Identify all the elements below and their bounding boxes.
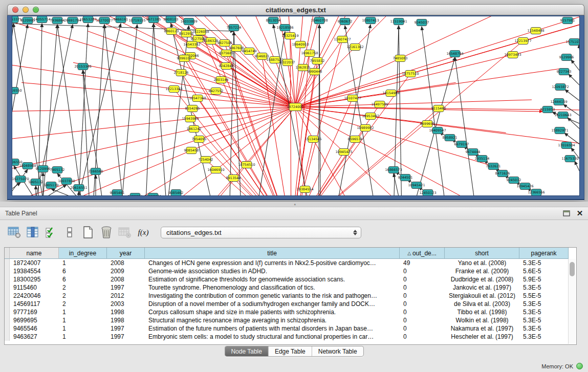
table-row[interactable]: 2242004622012Investigating the contribut… bbox=[5, 292, 576, 300]
cell-pagerank: 5.3E-5 bbox=[519, 333, 569, 341]
graph-node-label: 16548794 bbox=[446, 52, 463, 56]
table-scrollbar[interactable] bbox=[568, 259, 576, 344]
column-header-pagerank[interactable]: pagerank bbox=[519, 248, 569, 259]
column-header-short[interactable]: short bbox=[445, 248, 519, 259]
table-row[interactable]: 1456911722003Disruption of a novel membe… bbox=[5, 300, 576, 308]
edge bbox=[194, 107, 295, 129]
graph-node-label: 5905132 bbox=[29, 180, 43, 184]
show-columns-icon[interactable] bbox=[25, 225, 41, 240]
cell-name: 9465546 bbox=[10, 324, 59, 333]
delete-column-icon[interactable] bbox=[98, 225, 115, 240]
graph-node-label: 9120995 bbox=[20, 18, 35, 23]
graph-node-label: 9157981 bbox=[560, 18, 575, 23]
tab-network-table[interactable]: Network Table bbox=[312, 346, 363, 356]
graph-node-label: 18226058 bbox=[192, 30, 209, 34]
column-header-year[interactable]: year bbox=[107, 248, 145, 259]
table-row[interactable]: 1938455462009Genome-wide association stu… bbox=[5, 267, 576, 275]
edge bbox=[575, 161, 580, 173]
graph-node-label: 14055714 bbox=[33, 17, 50, 21]
cell-year: 1997 bbox=[107, 283, 145, 292]
column-header-name[interactable]: name bbox=[10, 248, 59, 259]
graph-node-label: 19154988 bbox=[382, 91, 399, 95]
close-panel-icon[interactable]: ✕ bbox=[575, 209, 585, 218]
row-gutter bbox=[5, 316, 10, 324]
cell-name: 18724007 bbox=[10, 259, 59, 267]
graph-node-label: 15270027 bbox=[96, 18, 113, 23]
cell-short: Dudbridge et al. (2008) bbox=[445, 275, 519, 283]
splitter-grip-icon[interactable]: ▴ bbox=[294, 203, 299, 206]
cell-pagerank: 5.9E-5 bbox=[519, 275, 569, 283]
memory-label: Memory: OK bbox=[541, 363, 573, 369]
table-row[interactable]: 946362711997Embryonic stem cells: a mode… bbox=[5, 333, 576, 341]
cell-year: 2008 bbox=[107, 259, 145, 267]
cell-pagerank: 5.3E-5 bbox=[519, 259, 569, 267]
panel-splitter[interactable]: ▴ bbox=[0, 202, 588, 207]
table-panel-title: Table Panel bbox=[5, 210, 37, 217]
graph-node-label: 10653287 bbox=[79, 17, 96, 21]
citation-network-graph[interactable]: 8860123891295518226058912750881863281654… bbox=[12, 16, 580, 196]
cell-year: 1997 bbox=[107, 324, 145, 333]
cell-out_degree: 0 bbox=[400, 316, 445, 324]
edge bbox=[146, 24, 154, 196]
row-boxes-icon[interactable] bbox=[61, 225, 78, 240]
cell-name: 9699695 bbox=[10, 316, 59, 324]
column-header-out_de[interactable]: △out_de... bbox=[400, 248, 445, 259]
float-panel-icon[interactable] bbox=[561, 209, 572, 218]
graph-node-label: 18325419 bbox=[281, 34, 298, 38]
table-row[interactable]: 1830029562008Estimation of significance … bbox=[5, 275, 576, 283]
graph-node-label: 8860123 bbox=[164, 29, 179, 33]
cell-year: 1997 bbox=[107, 333, 145, 341]
graph-node-label: 8427552 bbox=[209, 89, 224, 93]
graph-node-label: 2435854 bbox=[128, 194, 143, 196]
window-titlebar[interactable]: citations_edges.txt bbox=[7, 4, 584, 15]
new-column-icon[interactable] bbox=[80, 225, 96, 240]
graph-node-label: 15497506 bbox=[371, 102, 388, 106]
network-frame: 8860123891295518226058912750881863281654… bbox=[7, 15, 584, 200]
graph-node-label: 1861242 bbox=[187, 127, 202, 131]
column-header-title[interactable]: title bbox=[145, 248, 400, 259]
cell-pagerank: 5.3E-5 bbox=[519, 283, 569, 292]
table-row[interactable]: 946554611997Estimation of the future num… bbox=[5, 324, 576, 333]
graph-node-label: 9375685 bbox=[219, 51, 234, 55]
cell-pagerank: 5.3E-5 bbox=[519, 308, 569, 316]
graph-node-label: 18724007 bbox=[287, 105, 303, 109]
delete-table-icon[interactable] bbox=[117, 225, 133, 240]
cell-year: 2008 bbox=[107, 275, 145, 283]
cell-short: Franke et al. (2009) bbox=[445, 267, 519, 275]
graph-node-label: 8912955 bbox=[179, 32, 194, 36]
tab-node-table[interactable]: Node Table bbox=[225, 346, 268, 356]
graph-node-label: 18953497 bbox=[362, 114, 379, 118]
graph-node-label: 10945421 bbox=[408, 183, 425, 187]
scrollbar-thumb[interactable] bbox=[570, 262, 575, 276]
table-selector-dropdown[interactable]: citations_edges.txt bbox=[161, 227, 361, 238]
cell-in_degree: 2 bbox=[59, 300, 107, 308]
function-builder-icon[interactable]: f(x) bbox=[135, 225, 151, 240]
table-mode-icon[interactable] bbox=[6, 225, 23, 240]
table-row[interactable]: 977716911998Corpus callosum shape and si… bbox=[5, 308, 576, 316]
graph-node-label: 16409547 bbox=[429, 128, 446, 133]
cell-name: 18300295 bbox=[10, 275, 59, 283]
cell-name: 9463627 bbox=[10, 333, 59, 341]
graph-node-label: 16210643 bbox=[554, 113, 571, 117]
table-row[interactable]: 1872400712008Changes of HCN gene express… bbox=[5, 259, 576, 267]
cell-year: 1998 bbox=[107, 308, 145, 316]
graph-node-label: 8596574 bbox=[348, 137, 363, 141]
sort-asc-icon: △ bbox=[407, 251, 411, 256]
table-type-tabs: Node TableEdge TableNetwork Table bbox=[224, 346, 363, 357]
graph-node-label: 10989952 bbox=[357, 126, 374, 130]
tab-edge-table[interactable]: Edge Table bbox=[268, 346, 312, 356]
table-header-row: namein_degreeyeartitle△out_de...shortpag… bbox=[5, 248, 576, 259]
graph-node-label: 5905139 bbox=[44, 183, 59, 187]
table-row[interactable]: 911546021997Tourette syndrome. Phenomeno… bbox=[5, 283, 576, 292]
graph-node-label: 9115460 bbox=[431, 106, 446, 111]
select-columns-icon[interactable] bbox=[43, 225, 59, 240]
network-canvas[interactable]: 8860123891295518226058912750881863281654… bbox=[12, 16, 580, 196]
edge bbox=[168, 26, 189, 196]
graph-node-label: 9244501 bbox=[398, 176, 413, 180]
table-row[interactable]: 969969511998Structural magnetic resonanc… bbox=[5, 316, 576, 324]
row-gutter bbox=[5, 324, 10, 333]
column-header-in_degree[interactable]: in_degree bbox=[59, 248, 107, 259]
graph-node-label: 12366566 bbox=[528, 190, 545, 194]
cell-in_degree: 1 bbox=[59, 333, 107, 341]
cell-short: Tibbo et al. (1998) bbox=[445, 308, 519, 316]
